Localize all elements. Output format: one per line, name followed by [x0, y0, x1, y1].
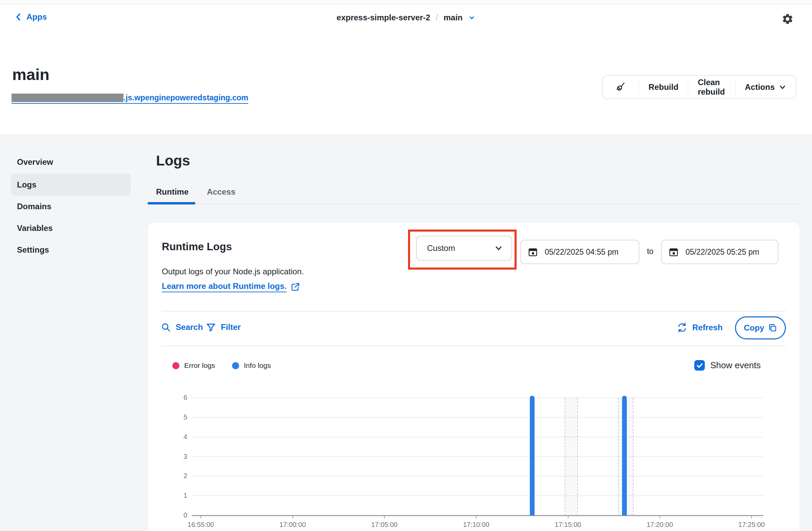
refresh-label: Refresh [692, 323, 723, 332]
log-bar [622, 396, 627, 515]
info-logs-dot [232, 362, 239, 369]
filter-icon [206, 322, 216, 332]
search-label: Search [176, 323, 203, 332]
env-chevron-down-icon[interactable] [468, 14, 476, 21]
filter-button[interactable]: Filter [206, 322, 241, 332]
filter-label: Filter [221, 323, 241, 332]
learn-more-text: Learn more about Runtime logs. [162, 281, 287, 292]
error-logs-dot [172, 362, 179, 369]
settings-gear-icon[interactable] [782, 13, 794, 25]
y-tick-label: 4 [170, 433, 187, 441]
chevron-down-icon [779, 84, 786, 91]
date-from-value: 05/22/2025 04:55 pm [545, 248, 618, 257]
log-bar [530, 396, 535, 515]
learn-more-link[interactable]: Learn more about Runtime logs. [162, 281, 300, 293]
panel-divider [162, 311, 786, 312]
back-link-label: Apps [27, 12, 47, 22]
window-top-strip [0, 0, 812, 5]
header-actions-group: Rebuild Clean rebuild Actions [602, 75, 796, 99]
x-tick-mark [568, 515, 568, 518]
x-axis-line [192, 515, 763, 516]
x-tick-label: 17:25:00 [738, 521, 765, 529]
actions-menu-button[interactable]: Actions [735, 76, 796, 98]
breadcrumb-app-name[interactable]: express-simple-server-2 [336, 13, 430, 23]
broom-icon [615, 82, 626, 93]
copy-button-label: Copy [744, 323, 764, 333]
panel-divider [162, 345, 786, 346]
gridline [192, 456, 763, 457]
time-range-select[interactable]: Custom [416, 236, 512, 261]
y-tick-label: 6 [170, 394, 187, 401]
refresh-icon [677, 322, 687, 333]
show-events-toggle[interactable]: Show events [694, 360, 761, 371]
sidebar-item-label: Settings [17, 245, 49, 255]
gridline [192, 437, 763, 438]
environment-url-link[interactable]: .js.wpenginepoweredstaging.com [12, 93, 248, 104]
back-to-apps-link[interactable]: Apps [15, 12, 47, 22]
rebuild-button[interactable]: Rebuild [639, 76, 688, 98]
chevron-down-icon [494, 244, 503, 253]
y-tick-label: 2 [170, 472, 187, 480]
refresh-button[interactable]: Refresh [677, 322, 723, 333]
time-range-select-value: Custom [427, 244, 455, 253]
x-tick-label: 17:15:00 [555, 521, 581, 529]
x-tick-mark [476, 515, 477, 518]
x-tick-label: 17:00:00 [279, 521, 306, 529]
external-link-icon [291, 282, 300, 292]
show-events-label: Show events [710, 360, 761, 371]
environment-url-text: .js.wpenginepoweredstaging.com [124, 93, 248, 102]
content-title: Logs [156, 152, 190, 169]
rebuild-button-label: Rebuild [649, 83, 678, 92]
calendar-icon [528, 247, 538, 257]
chart-plot-area [192, 398, 763, 515]
actions-button-label: Actions [745, 83, 775, 92]
sidebar-item-label: Logs [17, 180, 36, 190]
clear-cache-button[interactable] [603, 76, 639, 98]
tabs-divider [148, 204, 800, 204]
chart-legend: Error logs Info logs [172, 360, 271, 371]
sidebar-item-overview[interactable]: Overview [17, 157, 119, 167]
panel-description: Output logs of your Node.js application. [162, 267, 304, 276]
gridline [192, 496, 763, 496]
breadcrumb-env-name[interactable]: main [444, 13, 463, 23]
x-tick-label: 17:10:00 [463, 521, 490, 529]
sidebar-item-label: Overview [17, 157, 53, 167]
sidebar-item-variables[interactable]: Variables [17, 223, 119, 234]
redaction-bar [12, 93, 124, 102]
copy-button[interactable]: Copy [735, 316, 786, 339]
date-from-input[interactable]: 05/22/2025 04:55 pm [520, 240, 639, 264]
chevron-left-icon [15, 13, 22, 21]
search-button[interactable]: Search [161, 322, 203, 332]
clean-rebuild-button[interactable]: Clean rebuild [688, 76, 735, 98]
active-tab-underline [147, 202, 195, 205]
date-to-value: 05/22/2025 05:25 pm [685, 248, 759, 257]
x-tick-mark [201, 515, 201, 518]
error-logs-label: Error logs [184, 362, 215, 370]
copy-icon [768, 324, 777, 332]
x-tick-label: 17:20:00 [647, 521, 673, 529]
x-tick-mark [751, 515, 752, 518]
info-logs-label: Info logs [244, 362, 271, 370]
y-tick-label: 1 [170, 492, 187, 500]
gridline [192, 417, 763, 418]
runtime-logs-chart: 0123456 16:55:0017:00:0017:05:0017:10:00… [170, 390, 800, 529]
x-tick-mark [292, 515, 293, 518]
breadcrumb-separator: / [435, 12, 438, 23]
search-icon [161, 322, 171, 332]
page-title: main [12, 65, 49, 84]
sidebar-item-label: Domains [17, 202, 51, 211]
date-to-input[interactable]: 05/22/2025 05:25 pm [661, 240, 779, 264]
y-tick-label: 3 [170, 453, 187, 460]
tab-access[interactable]: Access [207, 187, 235, 197]
sidebar-item-domains[interactable]: Domains [17, 201, 119, 212]
top-navbar: express-simple-server-2 / main Apps [0, 5, 812, 32]
sidebar-item-settings[interactable]: Settings [17, 245, 119, 255]
sidebar-item-label: Variables [17, 223, 53, 233]
sidebar-item-logs[interactable]: Logs [17, 179, 119, 190]
breadcrumb: express-simple-server-2 / main [0, 12, 812, 23]
x-tick-mark [384, 515, 385, 518]
x-tick-label: 16:55:00 [188, 521, 214, 529]
tab-runtime[interactable]: Runtime [156, 187, 189, 197]
show-events-checkbox[interactable] [694, 360, 705, 371]
x-tick-label: 17:05:00 [371, 521, 397, 529]
